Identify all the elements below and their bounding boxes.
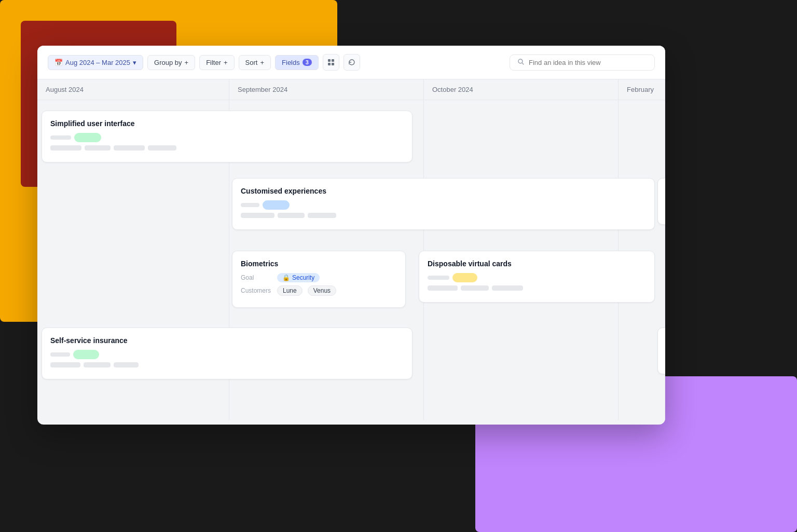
card-row-2 <box>50 362 404 367</box>
biometrics-customers-row: Customers Lune Venus <box>241 285 397 296</box>
skeleton <box>50 135 71 140</box>
skeleton <box>114 145 145 151</box>
group-by-label: Group by <box>154 59 182 66</box>
month-october: October 2024 <box>424 79 619 100</box>
date-range-button[interactable]: 📅 Aug 2024 – Mar 2025 ▾ <box>48 55 143 70</box>
card-row-2 <box>428 285 646 291</box>
svg-rect-0 <box>328 59 331 62</box>
date-range-label: Aug 2024 – Mar 2025 <box>65 59 130 66</box>
card-self-service[interactable]: Self-service insurance <box>42 328 413 379</box>
calendar-icon: 📅 <box>54 59 63 66</box>
sort-plus-icon: + <box>260 59 264 66</box>
skeleton <box>241 213 274 218</box>
filter-label: Filter <box>206 59 221 66</box>
month-august: August 2024 <box>37 79 229 100</box>
skeleton <box>114 362 139 367</box>
skeleton <box>50 145 81 151</box>
customers-label: Customers <box>241 287 274 294</box>
grid-icon-button[interactable] <box>323 54 339 71</box>
status-pill-yellow <box>452 273 477 282</box>
card-cs-ch[interactable]: CS ch <box>657 178 665 225</box>
card-title-disposable: Disposable virtual cards <box>428 260 646 268</box>
card-row-1 <box>50 133 404 142</box>
svg-rect-3 <box>332 63 334 65</box>
card-disposable[interactable]: Disposable virtual cards <box>419 251 655 303</box>
timeline-header: August 2024 September 2024 October 2024 … <box>37 79 665 100</box>
svg-point-4 <box>518 59 523 63</box>
card-title-biometrics: Biometrics <box>241 260 397 268</box>
skeleton <box>308 213 336 218</box>
status-pill-green <box>74 133 101 142</box>
month-september: September 2024 <box>229 79 424 100</box>
card-title-customised: Customised experiences <box>241 187 646 195</box>
card-row-2 <box>241 213 646 218</box>
card-row-1 <box>241 200 646 210</box>
card-row-2 <box>50 145 404 151</box>
card-biometrics[interactable]: Biometrics Goal 🔒 Security Customers Lun… <box>232 251 406 308</box>
search-box[interactable] <box>510 54 655 71</box>
group-by-plus-icon: + <box>185 59 189 66</box>
timeline-body: Simplified user interface Customised exp… <box>37 100 665 420</box>
skeleton <box>85 145 111 151</box>
status-pill-green2 <box>73 350 99 359</box>
goal-text: Security <box>292 274 314 281</box>
chevron-down-icon: ▾ <box>133 59 136 66</box>
status-pill-blue <box>263 200 290 210</box>
card-row-1 <box>428 273 646 282</box>
search-input[interactable] <box>529 59 647 66</box>
sort-button[interactable]: Sort + <box>239 55 271 70</box>
skeleton <box>492 285 523 291</box>
skeleton <box>428 276 449 280</box>
group-by-button[interactable]: Group by + <box>147 55 195 70</box>
fields-label: Fields <box>282 59 300 66</box>
refresh-icon-button[interactable] <box>343 54 360 71</box>
search-icon <box>517 58 525 67</box>
svg-rect-1 <box>332 59 334 62</box>
card-title-self-service: Self-service insurance <box>50 336 404 345</box>
biometrics-goal-row: Goal 🔒 Security <box>241 273 397 282</box>
month-february: February <box>619 79 665 100</box>
fields-badge: 3 <box>303 59 312 66</box>
card-row-1 <box>50 350 404 359</box>
skeleton <box>428 285 458 291</box>
card-gold[interactable]: Gold c <box>657 328 665 374</box>
sort-label: Sort <box>245 59 258 66</box>
fields-button[interactable]: Fields 3 <box>275 55 319 70</box>
customer-venus: Venus <box>308 285 336 296</box>
card-customised-exp[interactable]: Customised experiences <box>232 178 655 230</box>
lock-emoji: 🔒 <box>282 274 290 281</box>
customer-lune: Lune <box>277 285 303 296</box>
skeleton <box>84 362 111 367</box>
skeleton <box>278 213 305 218</box>
card-simplified-ui[interactable]: Simplified user interface <box>42 111 413 162</box>
filter-button[interactable]: Filter + <box>199 55 234 70</box>
filter-plus-icon: + <box>224 59 228 66</box>
toolbar: 📅 Aug 2024 – Mar 2025 ▾ Group by + Filte… <box>37 46 665 79</box>
goal-tag: 🔒 Security <box>277 273 320 282</box>
skeleton <box>148 145 176 151</box>
skeleton <box>461 285 489 291</box>
skeleton <box>50 362 80 367</box>
goal-label: Goal <box>241 274 274 281</box>
svg-rect-2 <box>328 63 331 65</box>
skeleton <box>241 203 259 207</box>
card-title-simplified: Simplified user interface <box>50 119 404 128</box>
main-window: 📅 Aug 2024 – Mar 2025 ▾ Group by + Filte… <box>37 46 665 425</box>
skeleton <box>50 352 70 357</box>
